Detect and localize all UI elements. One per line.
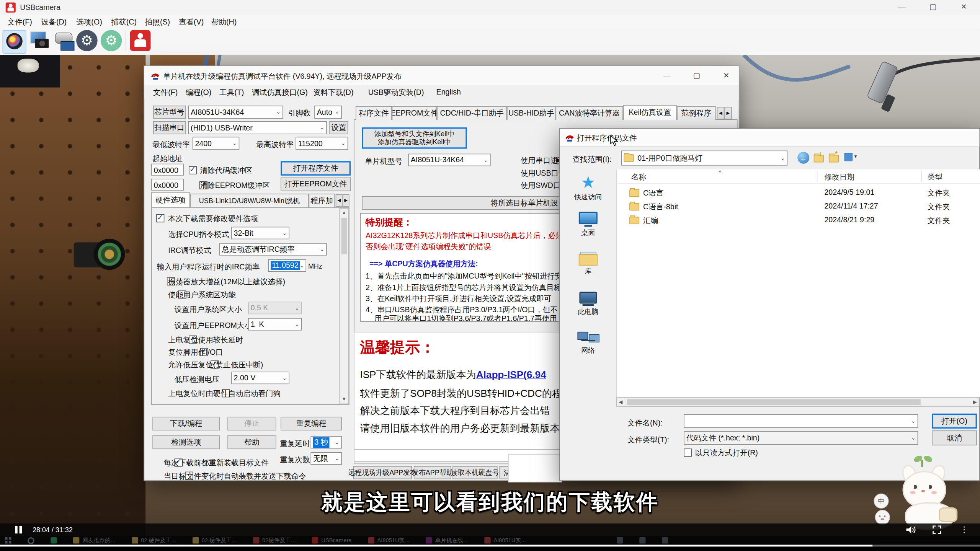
menu-capture[interactable]: 捕获(C) — [111, 17, 137, 28]
modify-hw-checkbox[interactable]: ✓ — [156, 214, 164, 222]
open-button[interactable]: 打开(O) — [932, 414, 977, 429]
tab-hardware-options[interactable]: 硬件选项 — [151, 192, 190, 207]
right-tab-scroll-right[interactable]: ▶ — [724, 107, 732, 119]
open-eeprom-file-button[interactable]: 打开EEPROM文件 — [281, 177, 351, 191]
eeprom-size-combo[interactable]: 1 K⌄ — [248, 318, 302, 331]
repeat-program-button[interactable]: 重复编程 — [281, 417, 342, 430]
back-button[interactable]: ← — [797, 152, 809, 164]
tab-example-programs[interactable]: 范例程序 — [677, 106, 715, 120]
taskbar-item[interactable]: 单片机在线... — [426, 536, 468, 544]
photo-capture-icon[interactable] — [29, 31, 50, 52]
sidebar-item-network[interactable]: 网络 — [561, 332, 615, 355]
tray-icon[interactable] — [639, 537, 645, 543]
eeprom-address-input[interactable]: 0x0000 — [151, 179, 184, 191]
read-disk-id-button[interactable]: 读取本机硬盘号 — [452, 466, 498, 479]
check-options-button[interactable]: 检测选项 — [152, 435, 220, 449]
publish-app-help-button[interactable]: 发布APP帮助 — [414, 466, 451, 479]
menu-view[interactable]: 查看(V) — [179, 17, 204, 28]
sidebar-item-desktop[interactable]: 桌面 — [561, 212, 615, 237]
video-capture-icon[interactable] — [53, 31, 75, 52]
hw-options-scrollbar[interactable]: ▲ ▼ — [340, 208, 349, 404]
filename-combo[interactable]: ⌄ — [684, 414, 918, 428]
port-settings-button[interactable]: 设置 — [329, 121, 348, 134]
menu-file[interactable]: 文件(F) — [8, 17, 32, 28]
isp-maximize-button[interactable]: ▢ — [693, 71, 701, 80]
repeat-delay-combo[interactable]: 3 秒⌄ — [310, 436, 342, 449]
code-address-input[interactable]: 0x0000 — [151, 164, 184, 176]
isp-menu-file[interactable]: 文件(F) — [153, 88, 178, 98]
isp-menu-english[interactable]: English — [436, 88, 461, 96]
column-header-name[interactable]: 名称 — [631, 172, 646, 183]
clear-code-checkbox[interactable]: ✓ — [189, 166, 197, 174]
remote-upgrade-publish-button[interactable]: 远程现场升级APP发布 — [353, 466, 412, 479]
isp-minimize-button[interactable]: — — [663, 71, 671, 80]
chip-model-combo[interactable]: AI8051U-34K64⌄ — [188, 106, 283, 119]
tab-program-file[interactable]: 程序文件 — [356, 106, 392, 120]
maximize-button[interactable]: ▢ — [929, 3, 937, 11]
scrollbar-thumb[interactable] — [341, 218, 347, 254]
file-row[interactable]: C语言-8bit 2024/11/4 17:27 文件夹 — [617, 200, 980, 213]
isp-titlebar[interactable]: 单片机在线升级编程仿真调试平台软件 (V6.94Y), 远程现场升级APP发布 … — [144, 66, 739, 86]
aiapp-isp-link[interactable]: AIapp-ISP(6.94 — [476, 369, 546, 380]
readonly-checkbox[interactable] — [684, 448, 692, 456]
sidebar-item-quick-access[interactable]: ★ 快速访问 — [561, 174, 615, 202]
dialog-titlebar[interactable]: 打开程序代码文件 — [560, 129, 980, 147]
contact-tool-icon[interactable] — [130, 30, 151, 51]
scan-port-button[interactable]: 扫描串口 — [153, 121, 186, 134]
scroll-right-icon[interactable]: ▶ — [973, 400, 977, 405]
tab-can-baud-calc[interactable]: CAN波特率计算器 — [555, 106, 623, 120]
isp-menu-tools[interactable]: 工具(T) — [219, 88, 244, 98]
sidebar-item-libraries[interactable]: 库 — [561, 252, 615, 276]
scan-port-combo[interactable]: (HID1) USB-Writer⌄ — [188, 121, 327, 134]
menu-snapshot[interactable]: 拍照(S) — [145, 17, 170, 28]
column-header-date[interactable]: 修改日期 — [824, 172, 854, 183]
menu-options[interactable]: 选项(O) — [76, 17, 102, 28]
pin-count-combo[interactable]: Auto⌄ — [314, 106, 342, 119]
isp-menu-program[interactable]: 编程(O) — [186, 88, 211, 98]
up-folder-button[interactable]: ↑ — [814, 152, 825, 162]
taskbar-item[interactable]: 02.硬件及工... — [132, 536, 176, 544]
irc-mode-combo[interactable]: 总是动态调节IRC频率⌄ — [219, 243, 327, 256]
views-button[interactable]: ▾ — [844, 152, 859, 162]
tray-icon[interactable] — [617, 537, 623, 543]
isp-close-button[interactable]: ✕ — [723, 71, 729, 80]
filetype-combo[interactable]: 代码文件 (*.hex; *.bin)⌄ — [684, 431, 918, 445]
hscrollbar-thumb[interactable] — [627, 399, 921, 405]
fullscreen-icon[interactable] — [933, 525, 941, 534]
cancel-button[interactable]: 取消 — [932, 430, 977, 445]
isp-menu-usb-driver[interactable]: USB驱动安装(D) — [368, 88, 424, 98]
close-button[interactable]: ✕ — [960, 3, 967, 11]
scroll-left-icon[interactable]: ◀ — [619, 400, 622, 405]
taskbar-item[interactable]: 02硬件及工... — [253, 536, 296, 544]
cpu-mode-combo[interactable]: 32-Bit⌄ — [231, 227, 289, 240]
menu-device[interactable]: 设备(D) — [41, 17, 67, 28]
tab-scroll-left-button[interactable]: ◀ — [336, 194, 343, 207]
volume-icon[interactable] — [906, 525, 916, 534]
lens-tool-button[interactable] — [3, 30, 26, 54]
search-icon[interactable] — [28, 537, 34, 544]
sidebar-item-this-pc[interactable]: 此电脑 — [561, 292, 615, 316]
irc-freq-combo[interactable]: 11.0592⌄ — [268, 259, 306, 272]
device-settings-gear-icon[interactable]: ⚙ — [101, 30, 122, 51]
mcu-model-combo[interactable]: AI8051U-34K64⌄ — [408, 154, 491, 166]
column-header-type[interactable]: 类型 — [928, 172, 942, 183]
taskbar-item[interactable]: 02.硬件及工... — [192, 536, 237, 544]
file-list-hscrollbar[interactable]: ◀ ▶ — [616, 397, 980, 406]
start-button[interactable] — [5, 537, 11, 543]
tab-scroll-right-button[interactable]: ▶ — [343, 194, 350, 207]
isp-menu-debug-interface[interactable]: 调试仿真接口(G) — [252, 88, 308, 98]
pinned-app-icon[interactable] — [51, 537, 57, 543]
isp-menu-downloads[interactable]: 资料下载(D) — [313, 88, 354, 98]
lvd-combo[interactable]: 2.00 V⌄ — [231, 372, 289, 384]
help-button[interactable]: 帮助 — [227, 435, 276, 449]
open-program-file-button[interactable]: 打开程序文件 — [281, 161, 351, 176]
right-tab-scroll-left[interactable]: ◀ — [717, 107, 725, 119]
taskbar-item-usbcamera[interactable]: USBcamera — [312, 537, 352, 543]
download-program-button[interactable]: 下载/编程 — [152, 417, 220, 430]
tray-icon[interactable] — [662, 537, 668, 543]
minimize-button[interactable]: — — [898, 3, 906, 11]
new-folder-button[interactable]: * — [829, 152, 840, 162]
repeat-count-combo[interactable]: 无限⌄ — [310, 452, 342, 465]
tab-eeprom-file[interactable]: EEPROM文件 — [392, 106, 437, 120]
tab-keil-sim-settings[interactable]: Keil仿真设置 — [623, 105, 677, 120]
